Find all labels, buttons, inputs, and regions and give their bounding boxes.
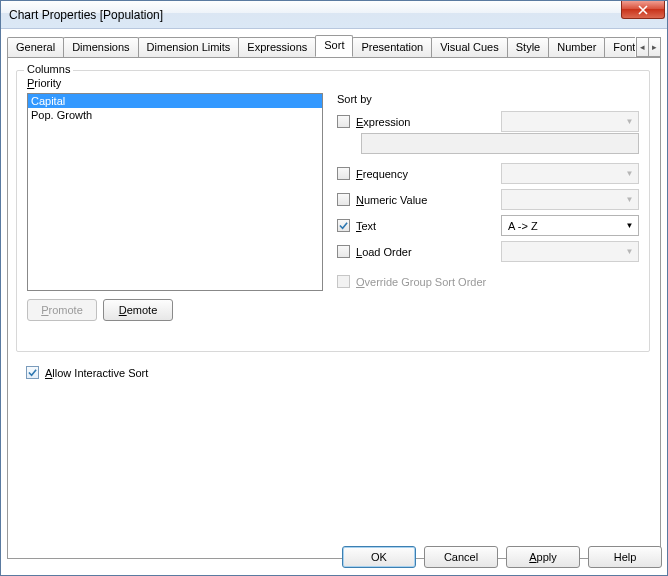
cancel-button[interactable]: Cancel — [424, 546, 498, 568]
text-label: Text — [356, 220, 486, 232]
dialog-buttons: OK Cancel Apply Help — [342, 546, 662, 568]
sort-row-numeric: Numeric Value ▼ — [337, 189, 486, 210]
expression-input — [361, 133, 639, 154]
chevron-down-icon: ▼ — [621, 242, 638, 261]
override-checkbox — [337, 275, 350, 288]
frequency-checkbox[interactable] — [337, 167, 350, 180]
list-item[interactable]: Pop. Growth — [28, 108, 322, 122]
window-title: Chart Properties [Population] — [9, 8, 163, 22]
sort-row-loadorder: Load Order ▼ — [337, 241, 486, 262]
frequency-label: Frequency — [356, 168, 486, 180]
chevron-down-icon: ▼ — [621, 190, 638, 209]
columns-legend: Columns — [24, 63, 73, 75]
apply-button[interactable]: Apply — [506, 546, 580, 568]
tab-style[interactable]: Style — [507, 37, 549, 57]
tabstrip-inner: General Dimensions Dimension Limits Expr… — [7, 35, 635, 57]
titlebar: Chart Properties [Population] — [1, 1, 667, 29]
tab-dimensions[interactable]: Dimensions — [63, 37, 138, 57]
tabstrip: General Dimensions Dimension Limits Expr… — [7, 35, 661, 57]
sort-row-expression: Expression ▼ — [337, 111, 486, 132]
help-button[interactable]: Help — [588, 546, 662, 568]
list-item[interactable]: Capital — [28, 94, 322, 108]
sort-row-override: Override Group Sort Order — [337, 271, 486, 292]
sort-by-label: Sort by — [337, 93, 372, 105]
allow-interactive-label: Allow Interactive Sort — [45, 367, 148, 379]
check-icon — [339, 221, 348, 230]
numeric-checkbox[interactable] — [337, 193, 350, 206]
chevron-down-icon: ▼ — [621, 164, 638, 183]
demote-button[interactable]: Demote — [103, 299, 173, 321]
priority-listbox[interactable]: Capital Pop. Growth — [27, 93, 323, 291]
loadorder-label: Load Order — [356, 246, 486, 258]
close-button[interactable] — [621, 1, 665, 19]
numeric-label: Numeric Value — [356, 194, 486, 206]
expression-combo: ▼ — [501, 111, 639, 132]
promote-demote-row: Promote Demote — [27, 299, 173, 321]
text-checkbox[interactable] — [337, 219, 350, 232]
chevron-down-icon: ▼ — [621, 112, 638, 131]
tab-number[interactable]: Number — [548, 37, 605, 57]
chevron-down-icon: ▼ — [621, 216, 638, 235]
sort-row-text: Text A -> Z ▼ — [337, 215, 486, 236]
priority-label: Priority — [27, 77, 61, 89]
tab-dimension-limits[interactable]: Dimension Limits — [138, 37, 240, 57]
tab-scroll-right[interactable]: ▸ — [648, 37, 661, 57]
tab-presentation[interactable]: Presentation — [352, 37, 432, 57]
text-combo[interactable]: A -> Z ▼ — [501, 215, 639, 236]
tab-sort[interactable]: Sort — [315, 35, 353, 57]
tab-panel-sort: Columns Priority Capital Pop. Growth Pro… — [7, 57, 661, 559]
columns-group: Columns Priority Capital Pop. Growth Pro… — [16, 70, 650, 352]
frequency-combo: ▼ — [501, 163, 639, 184]
ok-button[interactable]: OK — [342, 546, 416, 568]
text-combo-value: A -> Z — [508, 220, 538, 232]
loadorder-checkbox[interactable] — [337, 245, 350, 258]
expression-checkbox[interactable] — [337, 115, 350, 128]
check-icon — [28, 368, 37, 377]
loadorder-combo: ▼ — [501, 241, 639, 262]
override-label: Override Group Sort Order — [356, 276, 486, 288]
allow-interactive-checkbox[interactable] — [26, 366, 39, 379]
numeric-combo: ▼ — [501, 189, 639, 210]
tab-visual-cues[interactable]: Visual Cues — [431, 37, 508, 57]
allow-interactive-row: Allow Interactive Sort — [26, 366, 148, 379]
tab-scroll: ◂ ▸ — [637, 37, 661, 57]
close-icon — [638, 5, 648, 15]
promote-button: Promote — [27, 299, 97, 321]
window-buttons — [621, 1, 665, 28]
tab-font[interactable]: Font — [604, 37, 635, 57]
sort-row-frequency: Frequency ▼ — [337, 163, 486, 184]
expression-label: Expression — [356, 116, 486, 128]
tab-expressions[interactable]: Expressions — [238, 37, 316, 57]
tab-general[interactable]: General — [7, 37, 64, 57]
